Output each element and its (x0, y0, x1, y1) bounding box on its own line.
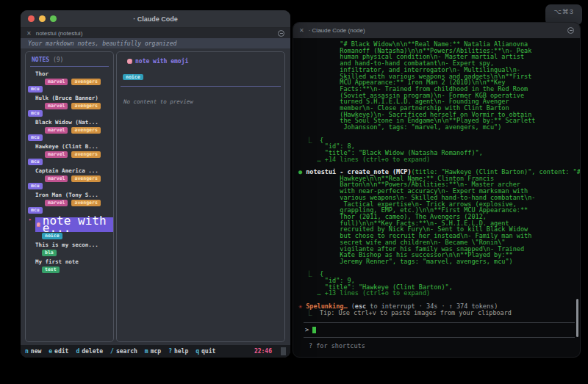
tag-pill: avengers (71, 175, 100, 182)
scrollbar-thumb[interactable] (576, 299, 578, 337)
preview-pane: note with emoji noice No content to prev… (116, 51, 285, 342)
notes-divider (30, 66, 109, 67)
tag-pill: avengers (71, 127, 100, 134)
tag-pill: marvel (45, 103, 68, 109)
terminal-line: ⎿ Tip: Use ctrl+v to paste images from y… (298, 310, 580, 316)
shortcut-mcp[interactable]: mmcp (145, 348, 161, 355)
notestui-window: · Claude Code ✕ notestui (notestui) Your… (21, 10, 290, 358)
tab-label[interactable]: · Claude Code (node) (309, 27, 365, 34)
list-item[interactable]: Hawkeye (Clint B...marvelavengersmcu (26, 143, 113, 165)
tag-row: marvelavengers (26, 79, 113, 85)
list-item[interactable]: Iron Man (Tony S...marvelavengersmcu (26, 192, 113, 214)
tag-row: marvelavengers (26, 200, 113, 206)
tag-row: test (26, 267, 113, 273)
note-title-text[interactable]: Black Widow (Nat... (26, 119, 113, 126)
list-item[interactable]: ▸note with e...noice (26, 216, 113, 239)
tag-row: mcu (26, 159, 113, 165)
note-title-text[interactable]: Hulk (Bruce Banner) (26, 95, 113, 102)
tag-pill: marvel (45, 175, 68, 182)
tag-row: marvelavengers (26, 175, 113, 182)
tag-row: mcu (26, 207, 113, 214)
preview-title: note with emoji (135, 58, 188, 65)
note-title-text[interactable]: Thor (26, 70, 113, 78)
notes-header: NOTES (9) (26, 52, 113, 63)
tag-pill: mcu (28, 86, 43, 93)
list-item[interactable]: Captain America ...marvelavengersmcu (26, 167, 113, 189)
shortcut-edit[interactable]: eedit (49, 348, 68, 355)
note-title-text[interactable]: Hawkeye (Clint B... (26, 143, 113, 151)
terminal-line: … +13 lines (ctrl+o to expand) (298, 290, 580, 297)
tag-row: marvelavengers (26, 151, 113, 158)
shortcut-delete[interactable]: ddelete (76, 348, 103, 355)
shortcut-help[interactable]: ?help (168, 348, 188, 355)
selected-note-title: note with e... (35, 217, 113, 232)
shortcut-key: ? (168, 348, 172, 355)
shortcut-label: mcp (151, 348, 161, 355)
tag-row: mcu (26, 134, 113, 141)
shortcut-key: e (49, 348, 52, 355)
shortcut-label: new (31, 348, 41, 355)
tag-pill: marvel (45, 200, 68, 206)
tag-pill: test (42, 267, 60, 273)
list-item[interactable]: My first notetest (26, 258, 113, 273)
shortcut-search[interactable]: /search (110, 348, 137, 355)
circled-dash-icon[interactable] (278, 30, 284, 37)
status-bar: nneweeditddelete/searchmmcp?helpqquit 22… (21, 345, 290, 358)
shortcuts-hint: ? for shortcuts (298, 338, 580, 349)
tab-label[interactable]: notestui (notestui) (36, 30, 83, 37)
list-item[interactable]: Hulk (Bruce Banner)marvelavengersmcu (26, 95, 113, 117)
tag-row: marvelavengers (26, 127, 113, 134)
tag-pill: avengers (71, 103, 100, 109)
tag-pill: marvel (45, 151, 68, 158)
window-title: · Claude Code (21, 15, 290, 23)
brain-emoji (127, 59, 132, 64)
tag-pill: mcu (28, 207, 43, 214)
app-subtitle: Your markdown notes, beautifully organiz… (21, 38, 290, 48)
tag-row: marvelavengers (26, 103, 113, 109)
clock: 22:46 (254, 348, 272, 355)
tag-row: mcu (26, 86, 113, 93)
tab-close-icon[interactable]: ✕ (26, 30, 32, 37)
notes-list-pane: NOTES (9) ThormarvelavengersmcuHulk (Bru… (25, 51, 114, 342)
tag-pill: avengers (71, 200, 100, 206)
notestui-main: NOTES (9) ThormarvelavengersmcuHulk (Bru… (21, 48, 290, 345)
tag-pill: marvel (45, 127, 68, 134)
shortcut-label: search (116, 348, 137, 355)
shortcut-label: quit (201, 348, 215, 355)
terminal-line (298, 265, 580, 272)
note-title-text[interactable]: Iron Man (Tony S... (26, 192, 113, 199)
tag-pill: mcu (28, 183, 43, 189)
shortcut-key: / (110, 348, 114, 355)
shortcut-new[interactable]: nnew (25, 348, 41, 355)
note-title-text[interactable]: My first note (26, 258, 113, 266)
note-title-text[interactable]: Captain America ... (26, 167, 113, 175)
notes-header-title: NOTES (32, 57, 49, 63)
terminal-output: "# Black Widow\n\n**Real Name:** Natalia… (293, 38, 580, 357)
list-item[interactable]: This is my secon...bla (26, 242, 113, 256)
shortcut-label: help (174, 348, 188, 355)
tag-row: bla (26, 250, 113, 256)
note-title-text[interactable]: This is my secon... (26, 242, 113, 249)
circled-dash-icon[interactable] (567, 27, 574, 34)
terminal-line: Jeremy Renner", tags: "marvel, avengers,… (298, 258, 580, 265)
list-item[interactable]: Black Widow (Nat...marvelavengersmcu (26, 119, 113, 141)
titlebar: · Claude Code (21, 10, 290, 28)
tag-row: mcu (26, 110, 113, 117)
shortcut-quit[interactable]: qquit (196, 348, 215, 355)
tab-bar: ✕ notestui (notestui) (21, 28, 290, 38)
status-cursor-block (281, 347, 286, 355)
brain-emoji (37, 222, 40, 228)
shortcut-key: d (76, 348, 79, 355)
tag-pill: bla (42, 250, 57, 256)
list-item[interactable]: Thormarvelavengersmcu (26, 70, 113, 93)
terminal-line: Johansson", tags: "marvel, avengers, mcu… (298, 124, 580, 131)
note-title-text: note with e... (43, 217, 111, 232)
note-title-selected[interactable]: ▸note with e... (26, 216, 113, 232)
tag-pill: avengers (71, 79, 100, 85)
shortcut-key: q (196, 348, 199, 355)
tag-pill: mcu (28, 159, 43, 165)
shortcut-label: edit (54, 348, 68, 355)
notes-list: ThormarvelavengersmcuHulk (Bruce Banner)… (26, 70, 113, 273)
prompt-input-box[interactable]: > (304, 322, 575, 338)
tab-close-icon[interactable]: ✕ (299, 27, 304, 34)
